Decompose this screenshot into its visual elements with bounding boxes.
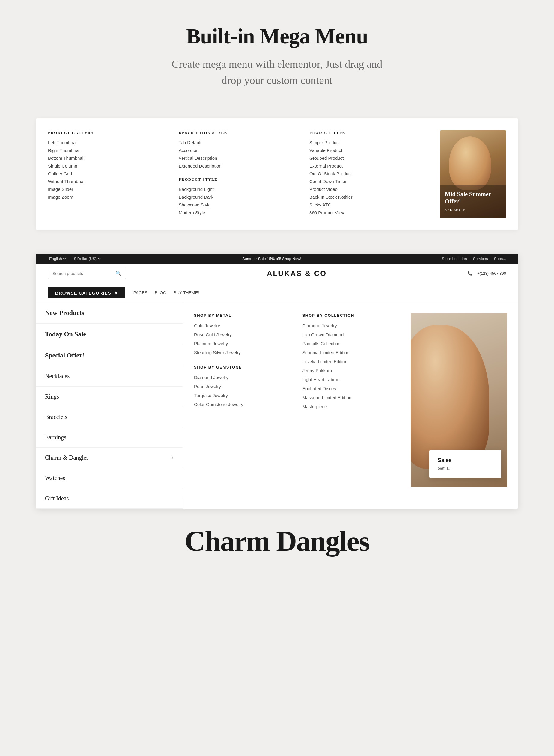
list-item[interactable]: Back In Stock Notifier (310, 194, 431, 200)
type-link-video[interactable]: Product Video (310, 187, 338, 192)
list-item[interactable]: Single Column (48, 163, 170, 169)
col-massoon[interactable]: Massoon Limited Edition (302, 395, 351, 400)
list-item[interactable]: Diamond Jewelry (194, 375, 290, 380)
list-item[interactable]: External Product (310, 163, 431, 169)
list-item[interactable]: Showcase Style (179, 202, 300, 208)
gem-diamond[interactable]: Diamond Jewelry (194, 375, 228, 380)
type-link-variable[interactable]: Variable Product (310, 148, 342, 153)
language-select[interactable]: English (48, 256, 67, 261)
pages-link[interactable]: PAGES (133, 290, 148, 295)
services-link[interactable]: Services (473, 256, 488, 261)
style-link-bg-dark[interactable]: Background Dark (179, 194, 213, 200)
gallery-link-gallery-grid[interactable]: Gallery Grid (48, 171, 72, 176)
cat-item-charm-dangles[interactable]: Charm & Dangles › (36, 448, 182, 468)
currency-select[interactable]: $ Dollar (US) (73, 256, 102, 261)
list-item[interactable]: Diamond Jewelry (302, 323, 399, 328)
gallery-link-image-slider[interactable]: Image Slider (48, 187, 73, 192)
list-item[interactable]: Modern Style (179, 210, 300, 215)
list-item[interactable]: Image Zoom (48, 194, 170, 200)
list-item[interactable]: Light Heart Labron (302, 377, 399, 382)
list-item[interactable]: Jenny Pakkam (302, 368, 399, 373)
type-link-countdown[interactable]: Count Down Timer (310, 179, 346, 184)
list-item[interactable]: Rose Gold Jewelry (194, 332, 290, 337)
list-item[interactable]: Stearling Silver Jewelry (194, 350, 290, 355)
type-link-sticky[interactable]: Sticky ATC (310, 202, 331, 207)
list-item[interactable]: Pearl Jewelry (194, 384, 290, 389)
cat-item-watches[interactable]: Watches (36, 468, 182, 489)
list-item[interactable]: Color Gemstone Jewelry (194, 402, 290, 407)
list-item[interactable]: Image Slider (48, 187, 170, 192)
list-item[interactable]: Pampills Collection (302, 341, 399, 346)
list-item[interactable]: Extended Description (179, 163, 300, 169)
style-link-modern[interactable]: Modern Style (179, 210, 205, 215)
promo-see-more-link[interactable]: SEE MORE (445, 208, 466, 212)
list-item[interactable]: Enchated Disney (302, 386, 399, 391)
col-simonia[interactable]: Simonia Limited Edition (302, 350, 349, 355)
metal-rose-gold[interactable]: Rose Gold Jewelry (194, 332, 232, 337)
type-link-grouped[interactable]: Grouped Product (310, 155, 343, 161)
buy-theme-link[interactable]: BUY THEME! (174, 290, 199, 295)
search-input[interactable] (52, 271, 112, 276)
col-masterpiece[interactable]: Masterpiece (302, 404, 327, 409)
subscribe-link[interactable]: Subs... (494, 256, 506, 261)
search-box[interactable]: 🔍 (48, 268, 126, 279)
list-item[interactable]: Massoon Limited Edition (302, 395, 399, 400)
search-icon[interactable]: 🔍 (115, 270, 121, 276)
list-item[interactable]: Masterpiece (302, 404, 399, 409)
desc-link-accordion[interactable]: Accordion (179, 148, 199, 153)
metal-platinum[interactable]: Platinum Jewelry (194, 341, 228, 346)
list-item[interactable]: Platinum Jewelry (194, 341, 290, 346)
cat-item-gift-ideas[interactable]: Gift Ideas (36, 489, 182, 509)
list-item[interactable]: Out Of Stock Product (310, 171, 431, 177)
list-item[interactable]: Accordion (179, 148, 300, 153)
type-link-external[interactable]: External Product (310, 163, 343, 169)
list-item[interactable]: Background Dark (179, 194, 300, 200)
gem-turquise[interactable]: Turquise Jewelry (194, 393, 228, 398)
cat-item-necklaces[interactable]: Necklaces (36, 366, 182, 386)
list-item[interactable]: Grouped Product (310, 155, 431, 161)
metal-silver[interactable]: Stearling Silver Jewelry (194, 350, 241, 355)
gallery-link-bottom-thumbnail[interactable]: Bottom Thumbnail (48, 155, 84, 161)
gem-color[interactable]: Color Gemstone Jewelry (194, 402, 243, 407)
gallery-link-without-thumbnail[interactable]: Without Thumbnail (48, 179, 86, 184)
blog-link[interactable]: BLOG (155, 290, 166, 295)
list-item[interactable]: Gallery Grid (48, 171, 170, 177)
list-item[interactable]: Lab Grown Diamond (302, 332, 399, 337)
list-item[interactable]: Turquise Jewelry (194, 393, 290, 398)
cat-item-new-products[interactable]: New Products (36, 302, 182, 324)
type-link-back-in-stock[interactable]: Back In Stock Notifier (310, 194, 352, 200)
list-item[interactable]: Count Down Timer (310, 179, 431, 184)
type-link-simple[interactable]: Simple Product (310, 140, 340, 145)
store-location-link[interactable]: Store Location (442, 256, 467, 261)
list-item[interactable]: Tab Default (179, 140, 300, 145)
browse-categories-button[interactable]: BROWSE CATEGORIES ∧ (48, 287, 125, 299)
cat-item-special-offer[interactable]: Special Offer! (36, 345, 182, 366)
col-light-heart[interactable]: Light Heart Labron (302, 377, 340, 382)
gem-pearl[interactable]: Pearl Jewelry (194, 384, 221, 389)
gallery-link-image-zoom[interactable]: Image Zoom (48, 194, 73, 200)
list-item[interactable]: Product Video (310, 187, 431, 192)
col-jenny[interactable]: Jenny Pakkam (302, 368, 332, 373)
list-item[interactable]: Lovelia Limited Edition (302, 359, 399, 364)
col-enchated[interactable]: Enchated Disney (302, 386, 336, 391)
cat-item-today-on-sale[interactable]: Today On Sale (36, 324, 182, 345)
list-item[interactable]: Variable Product (310, 148, 431, 153)
col-lab-grown[interactable]: Lab Grown Diamond (302, 332, 344, 337)
desc-link-tab-default[interactable]: Tab Default (179, 140, 202, 145)
cat-item-bracelets[interactable]: Bracelets (36, 407, 182, 427)
list-item[interactable]: Left Thumbnail (48, 140, 170, 145)
list-item[interactable]: Vertical Description (179, 155, 300, 161)
list-item[interactable]: Background Light (179, 187, 300, 192)
list-item[interactable]: Sticky ATC (310, 202, 431, 208)
list-item[interactable]: Simonia Limited Edition (302, 350, 399, 355)
desc-link-vertical[interactable]: Vertical Description (179, 155, 217, 161)
style-link-showcase[interactable]: Showcase Style (179, 202, 211, 207)
col-pampills[interactable]: Pampills Collection (302, 341, 341, 346)
list-item[interactable]: Gold Jewelry (194, 323, 290, 328)
list-item[interactable]: Bottom Thumbnail (48, 155, 170, 161)
style-link-bg-light[interactable]: Background Light (179, 187, 214, 192)
list-item[interactable]: Right Thumbnail (48, 148, 170, 153)
list-item[interactable]: 360 Product View (310, 210, 431, 215)
list-item[interactable]: Without Thumbnail (48, 179, 170, 184)
col-diamond[interactable]: Diamond Jewelry (302, 323, 337, 328)
